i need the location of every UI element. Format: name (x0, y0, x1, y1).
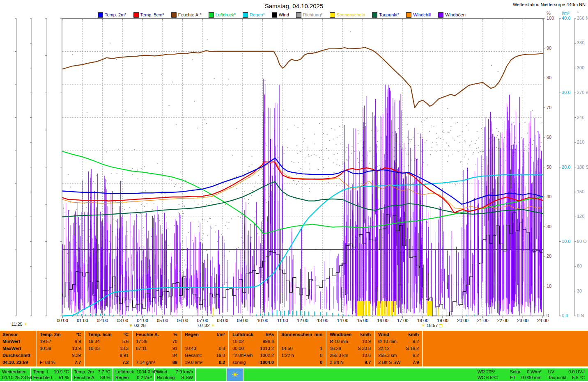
tick-label-humidity: 50 (547, 165, 551, 169)
wind-direction-dot (423, 162, 424, 163)
wind-direction-dot (311, 155, 312, 156)
wind-direction-dot (86, 261, 87, 261)
wind-direction-dot (432, 142, 433, 143)
rain-tick (300, 311, 301, 316)
cell-value: 1 (320, 345, 322, 352)
wind-direction-dot (473, 154, 473, 155)
rain-tick (81, 314, 82, 316)
sunshine-bar (394, 301, 396, 316)
wind-direction-dot (362, 148, 363, 149)
wind-direction-dot (369, 163, 370, 164)
sunshine-bar (377, 301, 380, 316)
sunset-sun-icon: ☀ (421, 323, 425, 328)
axis-unit-rain: l/m² (562, 11, 569, 16)
wind-direction-dot (93, 181, 94, 182)
wind-direction-dot (319, 150, 319, 151)
wind-direction-dot (498, 131, 499, 132)
wind-direction-dot (203, 233, 204, 234)
tick-label-humidity: 0 (547, 313, 549, 318)
wind-direction-dot (329, 140, 330, 141)
wind-direction-dot (299, 170, 299, 171)
wind-direction-dot (169, 105, 170, 106)
column-unit: km/h (408, 331, 419, 338)
table-filler (423, 331, 588, 366)
wind-direction-dot (411, 139, 411, 140)
wind-direction-dot (541, 142, 542, 143)
wind-direction-dot (362, 155, 363, 156)
sensor-column-wind: Windkm/hØ 10 min.9.222:12S 16.2255.3 km6… (375, 331, 423, 366)
weather-station-app: Samstag, 04.10.2025 Wetterstation Nieder… (0, 0, 588, 382)
status-label: Luftdruck (115, 369, 134, 375)
x-tick-label: 09:00 (234, 318, 252, 323)
wind-direction-dot (241, 237, 242, 238)
wind-direction-dot (476, 148, 477, 149)
wind-direction-dot (369, 151, 370, 151)
cell-text: 19:34 (88, 338, 100, 345)
cell-value: S 16.2 (406, 345, 419, 352)
wind-direction-dot (194, 201, 195, 201)
wind-direction-dot (542, 122, 542, 123)
wind-direction-dot (151, 236, 152, 237)
wind-direction-dot (115, 201, 116, 202)
wind-direction-dot (225, 225, 226, 226)
rain-tick (338, 314, 339, 316)
sunshine-bar (381, 301, 383, 316)
cell-value: 0 (320, 352, 322, 359)
tick-label-humidity: 70 (547, 105, 551, 110)
weather-chart (0, 0, 588, 328)
wind-direction-dot (157, 218, 158, 219)
wind-direction-dot (273, 168, 273, 169)
wind-direction-dot (446, 143, 447, 144)
x-tick-label: 20:00 (454, 318, 472, 323)
rain-tick (392, 315, 393, 316)
wind-direction-dot (314, 134, 315, 135)
wind-direction-dot (319, 123, 320, 124)
wind-direction-dot (234, 177, 235, 178)
status-value: 0.2 l/m² (137, 375, 152, 380)
wind-direction-dot (292, 161, 292, 162)
wind-direction-dot (468, 130, 469, 130)
wind-direction-dot (298, 162, 299, 163)
wind-direction-dot (152, 209, 153, 210)
x-tick-label: 00:00 (53, 318, 71, 323)
axis-unit-direction: ° (577, 11, 579, 16)
wind-direction-dot (248, 170, 248, 171)
status-value: 51 % (59, 375, 69, 380)
tick-label-humidity: 20 (547, 254, 551, 258)
rain-tick (109, 314, 110, 316)
wind-direction-dot (448, 132, 448, 133)
wind-direction-dot (429, 131, 430, 132)
wind-direction-dot (192, 59, 193, 60)
wind-direction-dot (370, 147, 370, 148)
wind-direction-dot (231, 218, 232, 219)
wind-direction-dot (287, 147, 288, 148)
status-label: Temp. 2m (74, 369, 94, 375)
wind-direction-dot (321, 150, 322, 151)
wind-direction-dot (206, 204, 207, 205)
wind-direction-dot (498, 71, 498, 72)
wind-direction-dot (67, 253, 68, 254)
wind-direction-dot (421, 121, 422, 122)
status-label: Regen (115, 375, 129, 380)
wind-direction-dot (407, 154, 407, 155)
row-label: Sensor (2, 331, 18, 338)
cell-value: 13.3 (120, 345, 129, 352)
wind-direction-dot (305, 158, 305, 158)
wind-direction-dot (116, 59, 117, 60)
wind-direction-dot (198, 128, 198, 128)
rain-tick (320, 312, 321, 316)
rain-tick (90, 314, 91, 316)
cell-value: 5.6 (122, 338, 129, 345)
status-right-cell-1: Solar0 W/m²ET0.000 mm (507, 368, 545, 381)
wind-direction-dot (407, 124, 408, 125)
wind-direction-dot (339, 165, 340, 166)
wind-direction-dot (309, 169, 310, 169)
wind-direction-dot (298, 127, 299, 128)
wind-direction-dot (381, 137, 381, 138)
sunshine-bar (391, 301, 393, 316)
status-cell-0: Wetterdaten04.10.25 23:59 (0, 368, 31, 381)
tick-label-humidity: 80 (547, 75, 551, 80)
wind-direction-dot (333, 172, 334, 173)
rain-tick (136, 315, 137, 316)
wind-direction-dot (524, 149, 525, 149)
